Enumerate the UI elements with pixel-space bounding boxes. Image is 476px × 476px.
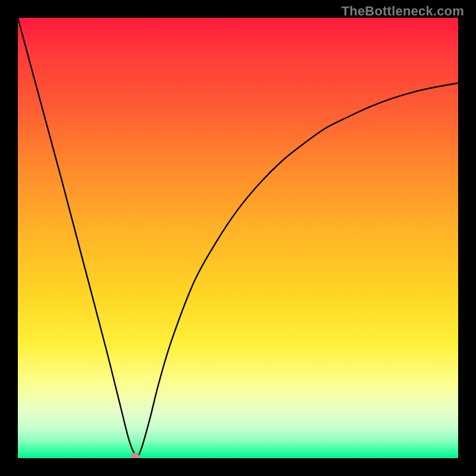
minimum-marker [131, 453, 139, 458]
watermark-text: TheBottleneck.com [342, 4, 464, 19]
plot-area [18, 18, 458, 458]
curve-svg [18, 18, 458, 458]
bottleneck-curve [18, 18, 458, 456]
chart-container: TheBottleneck.com [0, 0, 476, 476]
